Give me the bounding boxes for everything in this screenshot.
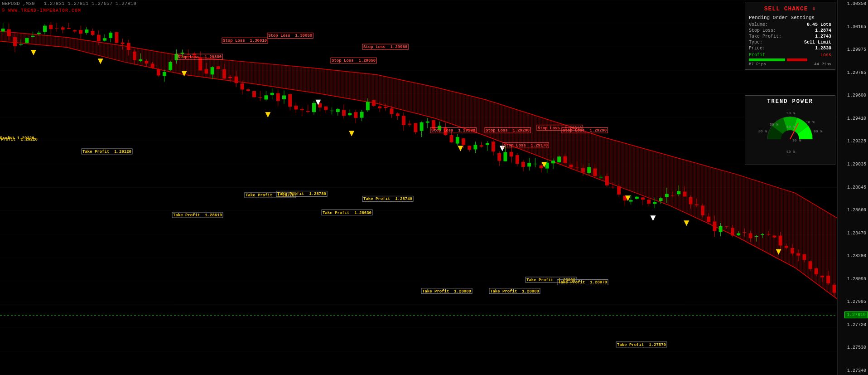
price-tick: 1.28095: [838, 276, 868, 282]
type-label: Type:: [749, 40, 762, 45]
price-tick: 1.27340: [838, 368, 868, 374]
price-tick: 1.29225: [838, 138, 868, 145]
price-tick: 1.30350: [838, 1, 868, 7]
volume-label: Volume:: [749, 22, 768, 27]
pending-order-title: Pending Order Settings: [749, 15, 831, 20]
price-row: Price: 1.2830: [749, 46, 831, 51]
price-tick: 1.30165: [838, 24, 868, 30]
price-tick: 1.28845: [838, 185, 868, 191]
profit-loss-row: Profit Loss: [749, 53, 831, 58]
sell-chance-title: SELL CHANCE ⇩: [749, 5, 831, 12]
price-tick: 1.28470: [838, 230, 868, 237]
take-profit-value: 1.2743: [815, 34, 831, 39]
price-tick: 1.29600: [838, 93, 868, 99]
volume-value: 0.45 Lots: [807, 22, 831, 27]
symbol-timeframe: GBPUSD: [2, 1, 20, 6]
timeframe: ,M30: [23, 1, 34, 6]
stop-loss-label: Stop Loss:: [749, 28, 776, 33]
price-tick: 1.28280: [838, 253, 868, 259]
gauge-canvas: [754, 107, 826, 162]
stop-loss-value: 1.2874: [815, 28, 831, 33]
stop-loss-row: Stop Loss: 1.2874: [749, 28, 831, 33]
profit-bar-container: [749, 58, 831, 61]
current-price-box: 1.27819: [844, 312, 868, 318]
price-tick: 1.29410: [838, 116, 868, 122]
price-axis: 1.303501.301651.299751.297851.296001.294…: [837, 0, 868, 375]
take-profit-label: Take Profit:: [749, 34, 781, 39]
profit-main-label: Profit 1.29220: [0, 136, 34, 141]
gauge-container: [754, 107, 826, 162]
price-tick: 1.29035: [838, 161, 868, 168]
sell-chance-panel: SELL CHANCE ⇩ Pending Order Settings Vol…: [745, 2, 835, 70]
trend-power-panel: TREND POWER: [745, 95, 835, 165]
chart-canvas: [0, 0, 868, 375]
loss-pips: 44 Pips: [814, 62, 831, 67]
watermark: © WWW.TREND-IMPERATOR.COM: [2, 8, 81, 13]
price-tick: 1.27530: [838, 345, 868, 351]
profit-bar: [749, 58, 785, 61]
trend-power-title: TREND POWER: [749, 98, 831, 105]
price-tick: 1.29975: [838, 47, 868, 53]
profit-pips: 87 Pips: [749, 62, 766, 67]
price-tick: 1.29785: [838, 70, 868, 76]
chart-container: GBPUSD ,M30 1.27831 1.27851 1.27657 1.27…: [0, 0, 868, 375]
volume-row: Volume: 0.45 Lots: [749, 22, 831, 27]
take-profit-row: Take Profit: 1.2743: [749, 34, 831, 39]
price-label: Price:: [749, 46, 765, 51]
price-tick: 1.27720: [838, 322, 868, 328]
ohlc-prices: 1.27831 1.27851 1.27657 1.27819: [43, 1, 136, 6]
type-value: Sell Limit: [804, 40, 831, 45]
price-tick: 1.27905: [838, 299, 868, 305]
type-row: Type: Sell Limit: [749, 40, 831, 45]
chart-header: GBPUSD ,M30 1.27831 1.27851 1.27657 1.27…: [2, 1, 136, 6]
loss-bar: [787, 58, 807, 61]
profit-header: Profit: [749, 53, 765, 58]
pips-row: 87 Pips 44 Pips: [749, 62, 831, 67]
current-price-value: 1.27819: [847, 312, 866, 317]
price-value: 1.2830: [815, 46, 831, 51]
price-tick: 1.28660: [838, 207, 868, 214]
loss-header: Loss: [820, 53, 831, 58]
